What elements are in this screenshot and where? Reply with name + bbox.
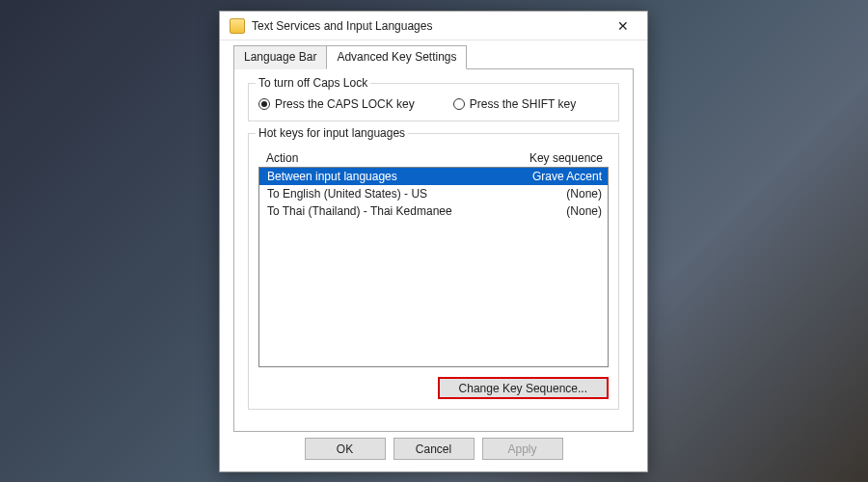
- hotkey-sequence: (None): [558, 187, 602, 201]
- hotkey-action: To Thai (Thailand) - Thai Kedmanee: [267, 204, 558, 218]
- radio-label: Press the CAPS LOCK key: [275, 97, 415, 111]
- close-icon[interactable]: ✕: [607, 16, 639, 36]
- tabstrip: Language BarAdvanced Key Settings: [233, 44, 634, 68]
- tab-language-bar[interactable]: Language Bar: [233, 45, 327, 69]
- hotkey-sequence: Grave Accent: [525, 170, 602, 183]
- hotkey-sequence: (None): [558, 204, 602, 218]
- hotkey-action: To English (United States) - US: [267, 187, 558, 201]
- group-caps-lock-label: To turn off Caps Lock: [256, 76, 370, 90]
- radio-label: Press the SHIFT key: [470, 97, 576, 111]
- dialog-text-services: Text Services and Input Languages ✕ Lang…: [219, 11, 648, 472]
- dialog-body: Language BarAdvanced Key Settings To tur…: [220, 40, 647, 471]
- hotkey-row[interactable]: To Thai (Thailand) - Thai Kedmanee(None): [259, 202, 608, 220]
- window-title: Text Services and Input Languages: [252, 19, 607, 33]
- radio-caps-option-1[interactable]: Press the SHIFT key: [453, 97, 576, 111]
- header-sequence: Key sequence: [529, 151, 603, 165]
- radio-caps-option-0[interactable]: Press the CAPS LOCK key: [258, 97, 415, 111]
- dialog-footer: OK Cancel Apply: [233, 432, 634, 464]
- tab-advanced-key-settings[interactable]: Advanced Key Settings: [326, 45, 467, 69]
- ok-button[interactable]: OK: [305, 438, 386, 460]
- group-hotkeys: Hot keys for input languages Action Key …: [248, 133, 619, 410]
- hotkey-action: Between input languages: [267, 170, 525, 183]
- header-action: Action: [266, 151, 529, 165]
- group-caps-lock: To turn off Caps Lock Press the CAPS LOC…: [248, 83, 619, 121]
- hotkeys-headers: Action Key sequence: [258, 147, 609, 167]
- radio-dot-icon: [453, 98, 465, 110]
- hotkeys-listbox[interactable]: Between input languagesGrave AccentTo En…: [258, 167, 609, 367]
- apply-button[interactable]: Apply: [482, 438, 563, 460]
- tab-panel-advanced-key-settings: To turn off Caps Lock Press the CAPS LOC…: [233, 68, 634, 432]
- hotkey-row[interactable]: Between input languagesGrave Accent: [259, 168, 608, 185]
- app-icon: [230, 18, 245, 34]
- hotkeys-button-bar: Change Key Sequence...: [258, 377, 609, 399]
- group-hotkeys-label: Hot keys for input languages: [256, 126, 408, 140]
- hotkey-row[interactable]: To English (United States) - US(None): [259, 185, 608, 202]
- change-key-sequence-button[interactable]: Change Key Sequence...: [438, 377, 609, 399]
- caps-radio-row: Press the CAPS LOCK keyPress the SHIFT k…: [258, 97, 609, 111]
- titlebar: Text Services and Input Languages ✕: [220, 12, 647, 40]
- radio-dot-icon: [258, 98, 270, 110]
- cancel-button[interactable]: Cancel: [393, 438, 475, 460]
